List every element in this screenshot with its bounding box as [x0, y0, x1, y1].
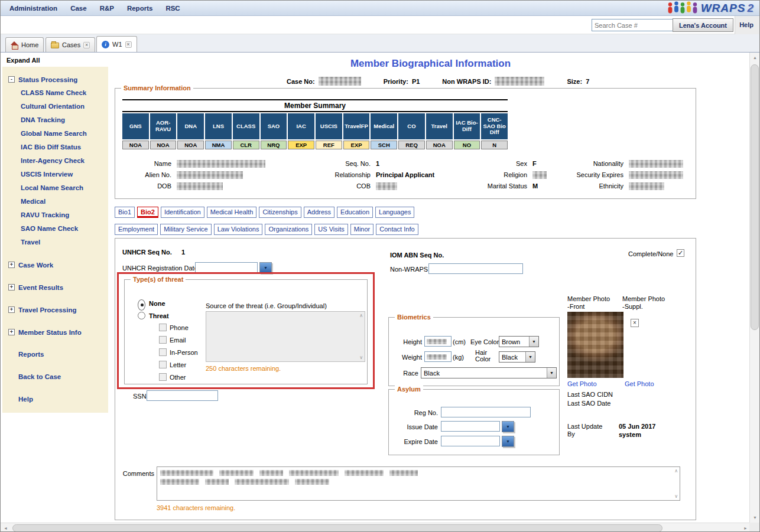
weight-input[interactable] [424, 351, 452, 362]
unhcr-reg-date-input[interactable] [195, 262, 258, 273]
menu-rp[interactable]: R&P [93, 5, 121, 12]
sidebar-item-medical[interactable]: Medical [6, 195, 105, 208]
status-badge: NMA [205, 141, 232, 149]
tab-military-service[interactable]: Military Service [160, 224, 212, 235]
issue-date-input[interactable] [441, 421, 500, 432]
expand-all-link[interactable]: Expand All [7, 57, 40, 64]
help-link[interactable]: Help [739, 21, 753, 28]
expire-date-input[interactable] [441, 436, 500, 446]
ssn-input[interactable] [147, 390, 218, 401]
complete-none-checkbox[interactable] [677, 249, 684, 257]
get-photo-suppl-link[interactable]: Get Photo [625, 380, 654, 387]
sidebar-item-ravu-tracking[interactable]: RAVU Tracking [6, 208, 105, 222]
tab-law-violations[interactable]: Law Violations [214, 224, 263, 235]
name-value-redacted [177, 160, 265, 168]
sidebar-item-travel-processing[interactable]: Travel Processing [6, 303, 105, 316]
tab-minor[interactable]: Minor [350, 224, 374, 235]
tab-us-visits[interactable]: US Visits [314, 224, 347, 235]
threat-threat-radio[interactable] [138, 312, 145, 319]
scroll-up-icon[interactable] [750, 53, 760, 63]
threat-none-radio[interactable] [138, 299, 145, 311]
tab-home[interactable]: Home [5, 37, 44, 52]
account-button[interactable]: Lena's Account [673, 18, 733, 32]
expire-date-calendar-button[interactable] [502, 436, 514, 447]
sidebar-item-case-work[interactable]: Case Work [6, 258, 105, 272]
tab-w1[interactable]: W1 [96, 36, 137, 52]
expand-icon[interactable] [8, 262, 15, 268]
sidebar-item-back-to-case[interactable]: Back to Case [6, 370, 105, 384]
chevron-down-icon [525, 352, 535, 362]
expand-icon[interactable] [8, 306, 15, 313]
tab-cases[interactable]: Cases [46, 37, 95, 52]
sidebar-item-event-results[interactable]: Event Results [6, 280, 105, 294]
alien-no-label: Alien No. [139, 171, 171, 178]
scroll-left-icon[interactable] [1, 523, 11, 532]
close-tab-icon[interactable] [83, 42, 90, 48]
scroll-down-icon[interactable] [750, 513, 760, 523]
vertical-scrollbar-thumb[interactable] [751, 64, 759, 330]
tab-address[interactable]: Address [304, 207, 334, 218]
sidebar-item-member-status-info[interactable]: Member Status Info [6, 325, 105, 339]
eye-color-value: Brown [502, 338, 520, 345]
menu-rsc[interactable]: RSC [159, 5, 186, 12]
sidebar-item-inter-agency-check[interactable]: Inter-Agency Check [6, 154, 105, 168]
tab-identification[interactable]: Identification [161, 207, 204, 218]
alien-no-value-redacted [177, 171, 243, 179]
sidebar-item-dna-tracking[interactable]: DNA Tracking [6, 113, 105, 127]
get-photo-front-link[interactable]: Get Photo [567, 380, 597, 387]
expand-icon[interactable] [8, 284, 15, 291]
tab-organizations[interactable]: Organizations [265, 224, 312, 235]
sidebar-item-reports[interactable]: Reports [6, 348, 105, 361]
sidebar-item-global-name-search[interactable]: Global Name Search [6, 127, 105, 141]
threat-source-textarea[interactable] [206, 311, 365, 362]
reg-no-input[interactable] [441, 407, 531, 417]
height-input[interactable] [424, 336, 452, 347]
scrollbar-corner [749, 523, 759, 532]
non-wraps-id-input[interactable] [428, 263, 523, 274]
issue-date-calendar-button[interactable] [502, 421, 514, 432]
vertical-scrollbar[interactable] [749, 53, 759, 523]
menu-case[interactable]: Case [64, 5, 93, 12]
threat-email-checkbox[interactable] [159, 336, 167, 344]
sidebar-item-status-processing[interactable]: Status Processing [6, 73, 105, 86]
tab-citizenships[interactable]: Citizenships [259, 207, 301, 218]
tab-education[interactable]: Education [337, 207, 373, 218]
threat-other-checkbox[interactable] [159, 373, 167, 381]
member-info-identity: Name Alien No. DOB [139, 159, 265, 193]
threat-phone-checkbox[interactable] [159, 324, 167, 331]
collapse-icon[interactable] [8, 76, 15, 83]
summary-col-header: SAO [261, 113, 287, 139]
expand-icon[interactable] [8, 329, 15, 335]
threat-in-person-checkbox[interactable] [159, 348, 167, 356]
cob-label: COB [328, 182, 371, 190]
sidebar-item-uscis-interview[interactable]: USCIS Interview [6, 168, 105, 181]
close-tab-icon[interactable] [125, 41, 132, 48]
sidebar-item-sao-name-check[interactable]: SAO Name Check [6, 222, 105, 236]
threat-letter-checkbox[interactable] [159, 361, 167, 368]
sidebar-item-travel[interactable]: Travel [6, 236, 105, 249]
tab-w1-label: W1 [112, 41, 122, 48]
sidebar-item-class-name-check[interactable]: CLASS Name Check [6, 86, 105, 100]
hair-color-select[interactable]: Black [499, 351, 535, 363]
horizontal-scrollbar-thumb[interactable] [12, 524, 662, 532]
menu-bar: Administration Case R&P Reports RSC WRAP… [1, 1, 759, 16]
sidebar-item-iac-bio-diff-status[interactable]: IAC Bio Diff Status [6, 141, 105, 154]
search-case-input[interactable] [592, 19, 679, 31]
tab-bio1[interactable]: Bio1 [115, 207, 135, 218]
page-title: Member Biographical Information [111, 58, 751, 70]
tab-languages[interactable]: Languages [375, 207, 414, 218]
race-select[interactable]: Black [421, 367, 557, 378]
sidebar-item-help[interactable]: Help [6, 393, 105, 406]
eye-color-select[interactable]: Brown [499, 336, 539, 347]
tab-contact-info[interactable]: Contact Info [376, 224, 418, 235]
tab-medical-health[interactable]: Medical Health [207, 207, 257, 218]
tab-employment[interactable]: Employment [115, 224, 158, 235]
sidebar-item-cultural-orientation[interactable]: Cultural Orientation [6, 100, 105, 113]
summary-information-fieldset: Summary Information Member Summary GNS A… [115, 88, 696, 199]
tab-bio2[interactable]: Bio2 [137, 207, 158, 218]
menu-administration[interactable]: Administration [3, 5, 64, 12]
sidebar-item-local-name-search[interactable]: Local Name Search [6, 181, 105, 195]
comments-textarea[interactable] [157, 466, 680, 501]
horizontal-scrollbar[interactable] [1, 523, 751, 532]
menu-reports[interactable]: Reports [121, 5, 159, 12]
